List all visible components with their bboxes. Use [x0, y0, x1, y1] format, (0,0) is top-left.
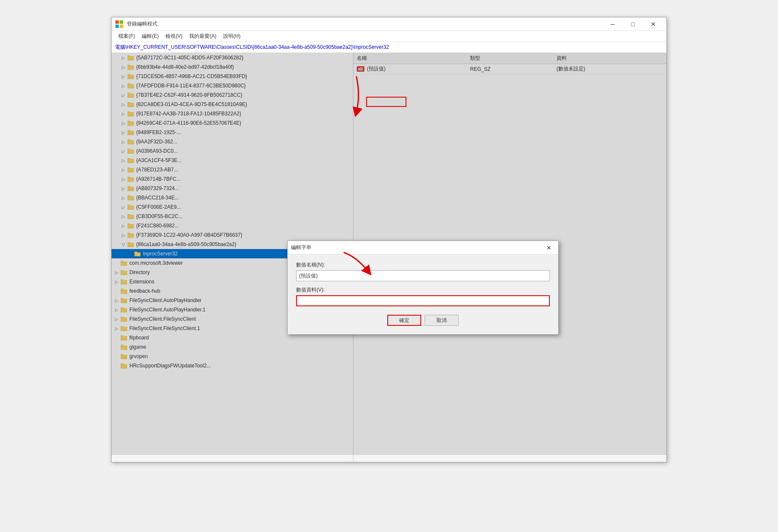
col-type: 類型: [467, 53, 553, 64]
maximize-button[interactable]: □: [623, 17, 643, 31]
dialog-close-button[interactable]: ✕: [543, 242, 555, 254]
expand-icon: ▷: [120, 82, 127, 89]
expand-icon: [127, 250, 134, 257]
folder-icon: [120, 325, 128, 332]
folder-icon: [120, 297, 128, 304]
tree-label: FileSyncClient.AutoPlayHandler: [129, 297, 201, 303]
tree-item-917[interactable]: ▷ {917E8742-AA3B-7318-FA12-10485FB322A2}: [112, 109, 353, 118]
tree-item-bba[interactable]: ▷ {BBACC218-34E...: [112, 193, 353, 202]
svg-rect-0: [115, 20, 119, 24]
menubar: 檔案(F) 編輯(E) 檢視(V) 我的最愛(A) 說明(H): [112, 31, 666, 42]
tree-label: grvopen: [129, 353, 148, 359]
minimize-button[interactable]: ─: [603, 17, 622, 31]
expand-icon: [113, 362, 120, 369]
expand-icon: ▷: [120, 213, 127, 220]
tree-item-9aa[interactable]: ▷ {9AA2F32D-362...: [112, 137, 353, 146]
field-data-input[interactable]: [296, 295, 550, 306]
folder-icon: [120, 334, 128, 342]
tree-item-7af[interactable]: ▷ {7AFDFDDB-F914-11E4-8377-6C3BE50D980C}: [112, 81, 353, 90]
tree-item-948[interactable]: ▷ {9489FEB2-1925-...: [112, 128, 353, 137]
expand-icon: ▷: [113, 316, 120, 322]
folder-icon: [127, 185, 134, 192]
tree-label: {F37369D9-1C22-40A0-A997-0B4D5F7B6637}: [136, 232, 242, 238]
addressbar: 電腦\HKEY_CURRENT_USER\SOFTWARE\Classes\CL…: [112, 42, 666, 53]
reg-data-cell: (數值未設定): [553, 64, 666, 74]
field-data-label: 數值資料(V):: [296, 286, 550, 294]
tree-item-ab8[interactable]: ▷ {AB807329-7324...: [112, 184, 353, 193]
window-title: 登錄編輯程式: [127, 20, 603, 28]
reg-type-cell: REG_SZ: [467, 64, 553, 74]
tree-item-hrc[interactable]: HRcSupportDiagsFWUpdateTool2...: [112, 361, 353, 370]
folder-icon: [120, 259, 128, 267]
expand-icon: ▷: [120, 157, 127, 164]
folder-icon: [127, 73, 134, 80]
tree-label: {82CA8DE3-01AD-4CEA-9D75-BE4C51810A9E}: [136, 101, 247, 107]
menu-file[interactable]: 檔案(F): [115, 31, 138, 41]
menu-favorites[interactable]: 我的最愛(A): [186, 31, 220, 41]
tree-item-f37[interactable]: ▷ {F37369D9-1C22-40A0-A997-0B4D5F7B6637}: [112, 230, 353, 240]
tree-item-71d[interactable]: ▷ {71DCE5D6-4B57-496B-AC21-CD5B54EB93FD}: [112, 72, 353, 81]
tree-item-a03[interactable]: ▷ {A0396A93-DC0...: [112, 146, 353, 156]
tree-item-grvopen[interactable]: grvopen: [112, 352, 353, 361]
col-data: 資料: [553, 53, 666, 64]
expand-icon: ▷: [120, 204, 127, 210]
field-name-input[interactable]: [296, 270, 550, 281]
tree-item-cb3[interactable]: ▷ {CB3D0F55-BC2C...: [112, 212, 353, 221]
tree-label: {A0396A93-DC0...: [136, 148, 178, 154]
tree-label: {9AA2F32D-362...: [136, 139, 177, 145]
folder-icon: [120, 353, 128, 360]
dialog-buttons: 確定 取消: [296, 311, 550, 328]
folder-icon: [134, 250, 141, 258]
left-scrollbar[interactable]: [112, 455, 353, 462]
cancel-button[interactable]: 取消: [425, 315, 459, 326]
app-icon: [115, 20, 123, 28]
tree-label: Directory: [129, 269, 150, 275]
folder-icon: [127, 157, 134, 164]
folder-icon: [127, 110, 134, 118]
tree-label: {AB807329-7324...: [136, 185, 179, 191]
right-scrollbar[interactable]: [353, 455, 666, 462]
menu-edit[interactable]: 編輯(E): [138, 31, 162, 41]
folder-icon: [127, 101, 134, 108]
tree-item-f24[interactable]: ▷ {F241C880-6982...: [112, 221, 353, 230]
tree-label: glgame: [129, 344, 146, 350]
ok-button[interactable]: 確定: [387, 315, 421, 326]
tree-label: FileSyncClient.FileSyncClient: [129, 316, 196, 322]
tree-item-942[interactable]: ▷ {94269C4E-071A-4116-90E6-52E557067E4E}: [112, 118, 353, 128]
folder-icon: [127, 231, 134, 239]
tree-item-82c[interactable]: ▷ {82CA8DE3-01AD-4CEA-9D75-BE4C51810A9E}: [112, 100, 353, 109]
tree-item-6bb[interactable]: ▷ {6bb93b4e-44d8-40e2-bd97-42dbcf18a40f}: [112, 62, 353, 72]
main-content: ▷ {5AB7172C-9C11-405C-8DD5-AF20F3606282}…: [112, 53, 666, 454]
folder-icon: [127, 138, 134, 146]
svg-rect-2: [115, 25, 119, 28]
expand-icon: [113, 288, 120, 294]
tree-item-glgame[interactable]: glgame: [112, 342, 353, 352]
menu-view[interactable]: 檢視(V): [162, 31, 186, 41]
close-button[interactable]: ✕: [644, 17, 663, 31]
tree-label: Extensions: [129, 279, 154, 285]
tree-item-a92[interactable]: ▷ {A926714B-7BFC...: [112, 174, 353, 184]
folder-icon: [127, 54, 134, 62]
folder-icon: [120, 287, 128, 295]
tree-item-a78[interactable]: ▷ {A78ED123-AB7...: [112, 165, 353, 174]
tree-label: feedback-hub: [129, 288, 160, 294]
expand-icon: ▷: [120, 176, 127, 182]
tree-label: {7B37E4E2-C62F-4914-9620-8FB5062718CC}: [136, 92, 242, 98]
tree-label: {917E8742-AA3B-7318-FA12-10485FB322A2}: [136, 111, 241, 117]
folder-icon: [120, 315, 128, 323]
folder-icon: [120, 278, 128, 286]
tree-item-a3c[interactable]: ▷ {A3CA1CF4-5F3E...: [112, 156, 353, 165]
expand-icon: ▷: [120, 185, 127, 192]
tree-item-c5f[interactable]: ▷ {C5FF006E-2AE9...: [112, 202, 353, 212]
folder-icon: [120, 306, 128, 314]
tree-item-7b3[interactable]: ▷ {7B37E4E2-C62F-4914-9620-8FB5062718CC}: [112, 90, 353, 100]
tree-label: {A3CA1CF4-5F3E...: [136, 157, 182, 163]
expand-icon: ▷: [120, 64, 127, 70]
dialog-title: 編輯字串: [291, 244, 543, 251]
tree-item-5ab[interactable]: ▷ {5AB7172C-9C11-405C-8DD5-AF20F3606282}: [112, 53, 353, 62]
menu-help[interactable]: 說明(H): [220, 31, 244, 41]
tree-label: {86ca1aa0-34aa-4e8b-a509-50c905bae2a2}: [136, 241, 236, 247]
expand-icon: ▷: [120, 129, 127, 136]
expand-icon: ▷: [120, 120, 127, 126]
table-row[interactable]: ab (預設值) REG_SZ (數值未設定): [353, 64, 666, 74]
